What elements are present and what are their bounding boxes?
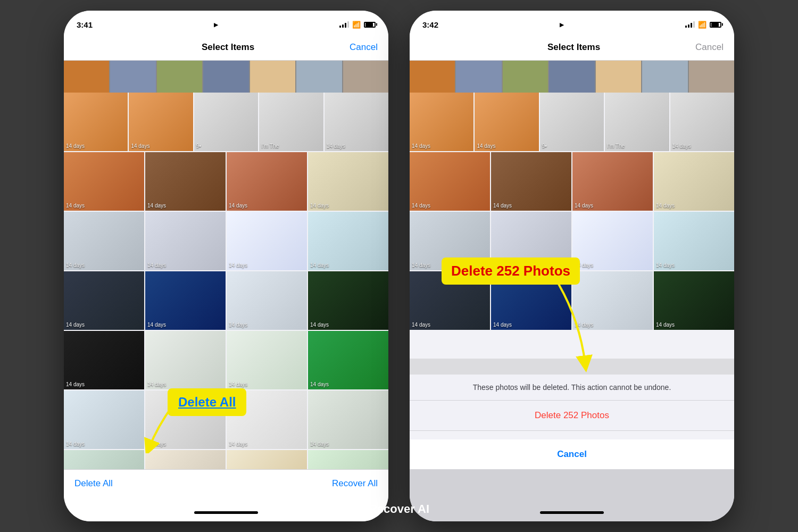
photo-cell[interactable]: 14 days xyxy=(129,93,193,151)
top-cell-6 xyxy=(296,61,342,93)
grid-row-r2: 14 days 14 days 14 days 14 days xyxy=(410,152,734,211)
signal-left xyxy=(339,21,349,28)
battery-left xyxy=(364,22,376,28)
photo-cell[interactable]: 14 days xyxy=(64,450,144,469)
top-cell-5 xyxy=(250,61,295,93)
action-sheet: These photos will be deleted. This actio… xyxy=(410,375,734,431)
grid-row-7: 14 days 14 days 14 days 14 days xyxy=(64,450,388,469)
photo-cell: 14 days xyxy=(491,152,571,211)
photo-cell[interactable]: 14 days xyxy=(308,331,388,389)
confirm-delete-button[interactable]: Delete 252 Photos xyxy=(410,401,734,431)
bottom-bar-left: Delete All Recover All xyxy=(64,469,388,503)
dialog-description: These photos will be deleted. This actio… xyxy=(410,375,734,401)
top-cell-r7 xyxy=(689,61,734,93)
photo-cell[interactable]: 14 days xyxy=(145,271,226,330)
photo-cell[interactable]: 14 days xyxy=(325,93,388,151)
photo-cell[interactable]: 14 days xyxy=(64,331,144,389)
photo-cell: 14 days xyxy=(654,152,734,211)
top-cell-r6 xyxy=(642,61,687,93)
photo-cell[interactable]: 14 days xyxy=(227,152,307,211)
top-cell-4 xyxy=(203,61,248,93)
status-icons-right: 📶 xyxy=(685,21,721,29)
grid-row-3: 14 days 14 days 14 days 14 days xyxy=(64,212,388,270)
photo-cell[interactable]: 14 days xyxy=(64,212,144,270)
bottom-bar-right xyxy=(410,469,734,503)
dialog-gap xyxy=(410,431,734,435)
nav-title-right: Select Items xyxy=(547,42,600,53)
status-bar-right: 3:42 ▶ 📶 xyxy=(410,11,734,34)
photo-cell[interactable]: 14 days xyxy=(308,152,388,211)
photo-cell[interactable]: 14 days xyxy=(64,152,144,211)
phone-left: 3:41 ▶ 📶 Select Items Cancel xyxy=(64,11,388,521)
photo-cell[interactable]: 14 days xyxy=(227,331,307,389)
photo-cell[interactable]: 14 days xyxy=(145,450,226,469)
photo-cell[interactable]: 14 days xyxy=(308,271,388,330)
photo-cell[interactable]: 14 days xyxy=(145,331,226,389)
photo-cell[interactable]: 14 days xyxy=(308,212,388,270)
cancel-button-left[interactable]: Cancel xyxy=(350,42,378,53)
top-cell-r1 xyxy=(410,61,455,93)
app-label: Recover AI xyxy=(369,502,429,516)
status-bar-left: 3:41 ▶ 📶 xyxy=(64,11,388,34)
delete-dialog-overlay: These photos will be deleted. This actio… xyxy=(410,359,734,469)
delete-all-button[interactable]: Delete All xyxy=(74,478,113,489)
photo-cell[interactable]: 14 days xyxy=(64,93,128,151)
wifi-left: 📶 xyxy=(352,21,361,29)
top-cell-r2 xyxy=(456,61,501,93)
grid-row-2: 14 days 14 days 14 days 14 days xyxy=(64,152,388,211)
top-cell-r3 xyxy=(503,61,548,93)
photo-cell[interactable]: 14 days xyxy=(145,152,226,211)
battery-right xyxy=(710,22,721,28)
photo-cell[interactable]: 14 days xyxy=(145,212,226,270)
grid-row-r1: 14 days 14 days 9• I'm The 14 days xyxy=(410,93,734,151)
grid-row-4: 14 days 14 days 14 days 14 days xyxy=(64,271,388,330)
home-bar-right xyxy=(540,511,604,514)
location-icon-left: ▶ xyxy=(214,22,218,28)
wifi-right: 📶 xyxy=(698,21,706,29)
photo-cell[interactable]: 14 days xyxy=(64,271,144,330)
home-indicator-left xyxy=(64,503,388,521)
phone-right: 3:42 ▶ 📶 Select Items Cancel xyxy=(410,11,734,521)
photo-cell[interactable]: 14 days xyxy=(308,390,388,449)
photo-cell[interactable]: 9• xyxy=(194,93,258,151)
photo-cell: 14 days xyxy=(654,271,734,330)
photo-cell: 14 days xyxy=(670,93,734,151)
home-indicator-right xyxy=(410,503,734,521)
photo-cell[interactable]: 14 days xyxy=(227,450,307,469)
photo-cell[interactable]: 14 days xyxy=(64,390,144,449)
photo-cell[interactable]: 14 days xyxy=(227,212,307,270)
grid-row-5: 14 days 14 days 14 days 14 days xyxy=(64,331,388,389)
photo-grid-right: 14 days 14 days 9• I'm The 14 days 14 da… xyxy=(410,93,734,469)
photo-cell: 14 days xyxy=(572,271,653,330)
delete-252-callout: Delete 252 Photos xyxy=(442,257,580,285)
photo-cell: 14 days xyxy=(654,212,734,270)
photo-cell: 9• xyxy=(540,93,604,151)
cancel-button-right-dialog[interactable]: Cancel xyxy=(410,439,734,469)
top-strip-right xyxy=(410,61,734,93)
photo-cell: I'm The xyxy=(605,93,669,151)
delete-252-callout-text: Delete 252 Photos xyxy=(451,263,570,279)
photo-cell[interactable]: I'm The xyxy=(259,93,323,151)
nav-bar-left: Select Items Cancel xyxy=(64,34,388,61)
photo-cell: 14 days xyxy=(410,152,490,211)
photo-cell[interactable]: 14 days xyxy=(227,271,307,330)
signal-right xyxy=(685,21,695,28)
delete-all-callout-text: Delete All xyxy=(178,395,236,409)
recover-all-button[interactable]: Recover All xyxy=(332,478,378,489)
cancel-label-right: Cancel xyxy=(695,42,724,53)
status-icons-left: 📶 xyxy=(339,21,376,29)
photo-cell: 14 days xyxy=(572,152,653,211)
time-left: 3:41 xyxy=(77,20,93,29)
nav-title-left: Select Items xyxy=(202,42,254,53)
nav-bar-right: Select Items Cancel xyxy=(410,34,734,61)
time-right: 3:42 xyxy=(422,20,438,29)
photo-cell: 14 days xyxy=(475,93,538,151)
home-bar-left xyxy=(194,511,258,514)
top-cell-3 xyxy=(157,61,202,93)
photo-cell: 14 days xyxy=(572,212,653,270)
photo-cell[interactable]: 14 days xyxy=(308,450,388,469)
photo-cell: 14 days xyxy=(410,93,473,151)
delete-all-callout: Delete All xyxy=(168,388,246,416)
grid-row-1: 14 days 14 days 9• I'm The 14 days xyxy=(64,93,388,151)
top-cell-1 xyxy=(64,61,109,93)
